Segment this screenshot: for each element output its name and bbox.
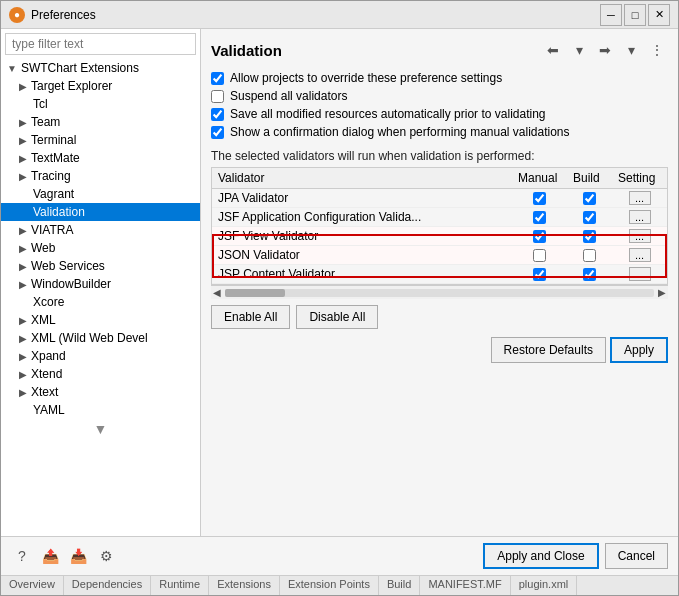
tab-build[interactable]: Build	[379, 576, 420, 595]
sidebar-item-label: TextMate	[31, 151, 80, 165]
tree: ▼SWTChart Extensions▶Target ExplorerTcl▶…	[1, 59, 200, 536]
restore-defaults-button[interactable]: Restore Defaults	[491, 337, 606, 363]
sidebar-item-xtext[interactable]: ▶Xtext	[1, 383, 200, 401]
horizontal-scrollbar[interactable]: ◀ ▶	[211, 285, 668, 299]
validator-name: JSF Application Configuration Valida...	[212, 208, 512, 227]
checkbox-row-2: Save all modified resources automaticall…	[211, 107, 668, 121]
tab-extension-points[interactable]: Extension Points	[280, 576, 379, 595]
maximize-button[interactable]: □	[624, 4, 646, 26]
validator-build[interactable]	[567, 265, 612, 284]
dropdown2-icon[interactable]: ▾	[620, 39, 642, 61]
table-row[interactable]: JSP Content Validator...	[212, 265, 667, 284]
table-row[interactable]: JPA Validator...	[212, 189, 667, 208]
forward-icon[interactable]: ➡	[594, 39, 616, 61]
checkbox-2[interactable]	[211, 108, 224, 121]
bottom-icons: ? 📤 📥 ⚙	[11, 545, 117, 567]
tab-bar: OverviewDependenciesRuntimeExtensionsExt…	[1, 575, 678, 595]
back-icon[interactable]: ⬅	[542, 39, 564, 61]
tree-arrow-icon: ▶	[19, 351, 27, 362]
validator-build[interactable]	[567, 189, 612, 208]
checkbox-row-0: Allow projects to override these prefere…	[211, 71, 668, 85]
tree-arrow-icon: ▶	[19, 279, 27, 290]
sidebar-item-label: Tcl	[33, 97, 48, 111]
sidebar-item-xml[interactable]: ▶XML	[1, 311, 200, 329]
apply-button[interactable]: Apply	[610, 337, 668, 363]
validator-manual[interactable]	[512, 246, 567, 265]
checkbox-label-2: Save all modified resources automaticall…	[230, 107, 546, 121]
minimize-button[interactable]: ─	[600, 4, 622, 26]
table-row[interactable]: JSON Validator...	[212, 246, 667, 265]
sidebar-item-label: Xtend	[31, 367, 62, 381]
sidebar-item-terminal[interactable]: ▶Terminal	[1, 131, 200, 149]
sidebar-item-textmate[interactable]: ▶TextMate	[1, 149, 200, 167]
tab-runtime[interactable]: Runtime	[151, 576, 209, 595]
enable-all-button[interactable]: Enable All	[211, 305, 290, 329]
scroll-right-arrow[interactable]: ▶	[656, 287, 668, 298]
tab-pluginxml[interactable]: plugin.xml	[511, 576, 578, 595]
scroll-track	[225, 289, 654, 297]
sidebar-item-vagrant[interactable]: Vagrant	[1, 185, 200, 203]
validator-setting[interactable]: ...	[612, 189, 667, 208]
sidebar-item-label: Xpand	[31, 349, 66, 363]
validator-name: JSP Content Validator	[212, 265, 512, 284]
col-header-setting: Setting	[612, 168, 667, 189]
bottom-actions: Apply and Close Cancel	[483, 543, 668, 569]
scroll-left-arrow[interactable]: ◀	[211, 287, 223, 298]
validator-build[interactable]	[567, 246, 612, 265]
checkbox-1[interactable]	[211, 90, 224, 103]
sidebar-item-web[interactable]: ▶Web	[1, 239, 200, 257]
sidebar-item-viatra[interactable]: ▶VIATRA	[1, 221, 200, 239]
sidebar-item-xcore[interactable]: Xcore	[1, 293, 200, 311]
checkbox-0[interactable]	[211, 72, 224, 85]
validator-build[interactable]	[567, 227, 612, 246]
sidebar-item-tcl[interactable]: Tcl	[1, 95, 200, 113]
tab-manifestmf[interactable]: MANIFEST.MF	[420, 576, 510, 595]
table-row[interactable]: JSF View Validator...	[212, 227, 667, 246]
sidebar-item-xpand[interactable]: ▶Xpand	[1, 347, 200, 365]
sidebar-item-windowbuilder[interactable]: ▶WindowBuilder	[1, 275, 200, 293]
cancel-button[interactable]: Cancel	[605, 543, 668, 569]
validator-setting[interactable]: ...	[612, 265, 667, 284]
checkbox-label-0: Allow projects to override these prefere…	[230, 71, 502, 85]
validator-manual[interactable]	[512, 208, 567, 227]
tab-dependencies[interactable]: Dependencies	[64, 576, 151, 595]
tab-extensions[interactable]: Extensions	[209, 576, 280, 595]
sidebar-item-xml-wild-web-devel[interactable]: ▶XML (Wild Web Devel	[1, 329, 200, 347]
tree-arrow-icon: ▶	[19, 117, 27, 128]
sidebar-item-tracing[interactable]: ▶Tracing	[1, 167, 200, 185]
validator-table-wrap[interactable]: Validator Manual Build Setting JPA Valid…	[211, 167, 668, 285]
sidebar-item-label: WindowBuilder	[31, 277, 111, 291]
validator-setting[interactable]: ...	[612, 227, 667, 246]
dropdown-icon[interactable]: ▾	[568, 39, 590, 61]
sidebar-item-yaml[interactable]: YAML	[1, 401, 200, 419]
sidebar-scroll-indicator: ▼	[1, 419, 200, 439]
validator-setting[interactable]: ...	[612, 208, 667, 227]
validator-build[interactable]	[567, 208, 612, 227]
tree-arrow-icon: ▶	[19, 387, 27, 398]
import-icon[interactable]: 📥	[67, 545, 89, 567]
menu-icon[interactable]: ⋮	[646, 39, 668, 61]
checkbox-3[interactable]	[211, 126, 224, 139]
validator-manual[interactable]	[512, 227, 567, 246]
sidebar-item-target-explorer[interactable]: ▶Target Explorer	[1, 77, 200, 95]
sidebar-item-xtend[interactable]: ▶Xtend	[1, 365, 200, 383]
disable-all-button[interactable]: Disable All	[296, 305, 378, 329]
sidebar-item-web-services[interactable]: ▶Web Services	[1, 257, 200, 275]
export-icon[interactable]: 📤	[39, 545, 61, 567]
content-area: ▼SWTChart Extensions▶Target ExplorerTcl▶…	[1, 29, 678, 536]
apply-and-close-button[interactable]: Apply and Close	[483, 543, 598, 569]
checkbox-row-1: Suspend all validators	[211, 89, 668, 103]
sidebar-item-swtchart-extensions[interactable]: ▼SWTChart Extensions	[1, 59, 200, 77]
validator-manual[interactable]	[512, 189, 567, 208]
help-icon[interactable]: ?	[11, 545, 33, 567]
sidebar-item-label: Target Explorer	[31, 79, 112, 93]
table-row[interactable]: JSF Application Configuration Valida....…	[212, 208, 667, 227]
tab-overview[interactable]: Overview	[1, 576, 64, 595]
settings-icon[interactable]: ⚙	[95, 545, 117, 567]
close-button[interactable]: ✕	[648, 4, 670, 26]
filter-input[interactable]	[5, 33, 196, 55]
sidebar-item-team[interactable]: ▶Team	[1, 113, 200, 131]
validator-manual[interactable]	[512, 265, 567, 284]
sidebar-item-validation[interactable]: Validation	[1, 203, 200, 221]
validator-setting[interactable]: ...	[612, 246, 667, 265]
